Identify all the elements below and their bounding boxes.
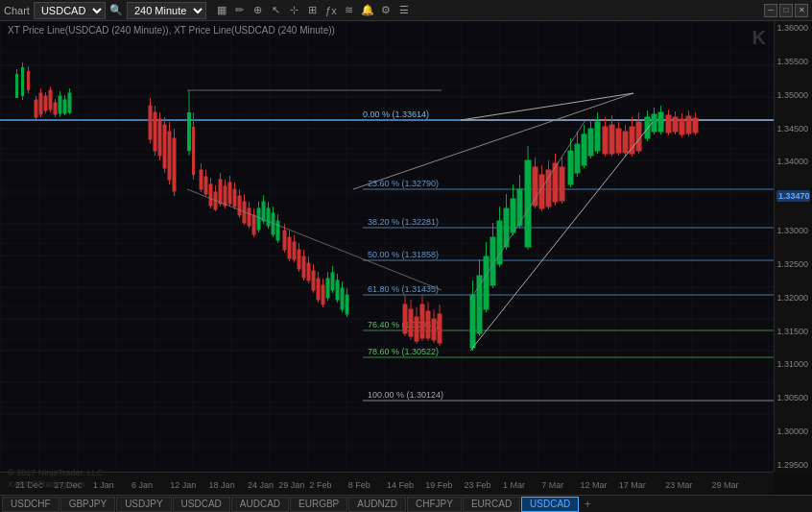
chart-title: XT Price Line(USDCAD (240 Minute)), XT P… — [8, 25, 335, 36]
time-23feb: 23 Feb — [465, 480, 491, 490]
top-bar-left: Chart USDCAD 🔍 240 Minute ▦ ✏ ⊕ ↖ ⊹ ⊞ ƒx… — [4, 2, 412, 19]
chart-wrapper: Chart USDCAD 🔍 240 Minute ▦ ✏ ⊕ ↖ ⊹ ⊞ ƒx… — [0, 0, 812, 512]
price-1305: 1.30500 — [776, 393, 810, 402]
time-axis: 21 Dec 27 Dec 1 Jan 6 Jan 12 Jan 18 Jan … — [0, 472, 774, 497]
price-axis: 1.36000 1.35500 1.35000 1.34500 1.34000 … — [774, 21, 812, 472]
price-1320: 1.32000 — [776, 293, 810, 303]
price-1360: 1.36000 — [776, 23, 810, 33]
instrument-select[interactable]: USDCAD — [34, 2, 106, 19]
price-1350: 1.35000 — [776, 90, 810, 100]
price-1295: 1.29500 — [776, 460, 810, 470]
price-current: 1.33470 — [776, 190, 810, 202]
time-19feb: 19 Feb — [425, 480, 452, 490]
watermark-trading: XABCDTrading.com — [8, 479, 85, 489]
alert-icon[interactable]: 🔔 — [360, 3, 375, 18]
tab-usdcad-active[interactable]: USDCAD — [521, 497, 579, 512]
tab-usdcad-1[interactable]: USDCAD — [173, 497, 230, 512]
time-7mar: 7 Mar — [541, 480, 563, 490]
timeframe-select[interactable]: 240 Minute — [127, 2, 206, 19]
time-12mar: 12 Mar — [581, 480, 608, 490]
top-bar-right: ─ □ ✕ — [764, 4, 808, 17]
tabs-bar: USDCHF GBPJPY USDJPY USDCAD AUDCAD EURGB… — [0, 495, 812, 512]
svg-text:61.80 % (1.31435): 61.80 % (1.31435) — [368, 284, 439, 294]
time-18jan: 18 Jan — [209, 480, 235, 490]
price-1330: 1.33000 — [776, 226, 810, 235]
time-24jan: 24 Jan — [248, 480, 274, 490]
price-1315: 1.31500 — [776, 327, 810, 336]
time-1jan: 1 Jan — [93, 480, 114, 490]
time-29mar: 29 Mar — [712, 480, 739, 490]
tab-audnzd[interactable]: AUDNZD — [348, 497, 406, 512]
indicator-icon[interactable]: ƒx — [323, 3, 339, 18]
top-bar: Chart USDCAD 🔍 240 Minute ▦ ✏ ⊕ ↖ ⊹ ⊞ ƒx… — [0, 0, 812, 21]
svg-text:23.60 % (1.32790): 23.60 % (1.32790) — [368, 179, 439, 188]
time-2feb: 2 Feb — [309, 480, 331, 490]
tab-eurcad[interactable]: EURCAD — [463, 497, 520, 512]
time-8feb: 8 Feb — [348, 480, 370, 490]
maximize-button[interactable]: □ — [779, 4, 793, 17]
time-14feb: 14 Feb — [387, 480, 414, 490]
toolbar: ▦ ✏ ⊕ ↖ ⊹ ⊞ ƒx ≋ 🔔 ⚙ ☰ — [214, 3, 412, 18]
time-12jan: 12 Jan — [170, 480, 196, 490]
svg-text:38.20 % (1.32281): 38.20 % (1.32281) — [368, 217, 439, 227]
tools-icon[interactable]: ⊞ — [305, 3, 321, 18]
price-1355: 1.35500 — [776, 57, 810, 66]
tab-gbpjpy[interactable]: GBPJPY — [60, 497, 115, 512]
svg-text:78.60 % (1.30522): 78.60 % (1.30522) — [368, 347, 439, 356]
tab-usdchf[interactable]: USDCHF — [2, 497, 60, 512]
time-1mar: 1 Mar — [503, 480, 525, 490]
cursor-icon[interactable]: ↖ — [269, 3, 284, 18]
svg-text:0.00 % (1.33614): 0.00 % (1.33614) — [363, 110, 429, 119]
tab-eurgbp[interactable]: EURGBP — [290, 497, 347, 512]
price-1310: 1.31000 — [776, 359, 810, 369]
price-1340: 1.34000 — [776, 157, 810, 166]
time-29jan: 29 Jan — [278, 480, 304, 490]
svg-rect-1 — [0, 21, 774, 472]
price-1325: 1.32500 — [776, 259, 810, 269]
price-1300: 1.30000 — [776, 427, 810, 436]
list-icon[interactable]: ☰ — [396, 3, 412, 18]
watermark-nt: © 2017 NinjaTrader, LLC — [8, 468, 103, 477]
k-logo: K — [752, 27, 766, 49]
bar-chart-icon[interactable]: ▦ — [214, 3, 229, 18]
price-1345: 1.34500 — [776, 124, 810, 134]
search-icon[interactable]: 🔍 — [109, 4, 123, 16]
close-button[interactable]: ✕ — [795, 4, 808, 17]
chart-label: Chart — [4, 5, 30, 16]
tab-audcad[interactable]: AUDCAD — [231, 497, 289, 512]
tab-usdjpy[interactable]: USDJPY — [116, 497, 171, 512]
tab-add-button[interactable]: + — [580, 497, 595, 512]
svg-text:100.00 % (1.30124): 100.00 % (1.30124) — [368, 390, 443, 400]
chart-svg: 0.00 % (1.33614) 23.60 % (1.32790) 38.20… — [0, 21, 774, 472]
minimize-button[interactable]: ─ — [764, 4, 777, 17]
time-23mar: 23 Mar — [665, 480, 692, 490]
strategy-icon[interactable]: ≋ — [342, 3, 357, 18]
tab-chfjpy[interactable]: CHFJPY — [407, 497, 462, 512]
pencil-icon[interactable]: ✏ — [232, 3, 248, 18]
cross-icon[interactable]: ⊹ — [287, 3, 302, 18]
svg-text:50.00 % (1.31858): 50.00 % (1.31858) — [368, 250, 439, 259]
magnify-icon[interactable]: ⊕ — [251, 3, 266, 18]
time-17mar: 17 Mar — [619, 480, 646, 490]
chart-area: 0.00 % (1.33614) 23.60 % (1.32790) 38.20… — [0, 21, 774, 472]
time-6jan: 6 Jan — [131, 480, 153, 490]
settings-icon[interactable]: ⚙ — [378, 3, 394, 18]
